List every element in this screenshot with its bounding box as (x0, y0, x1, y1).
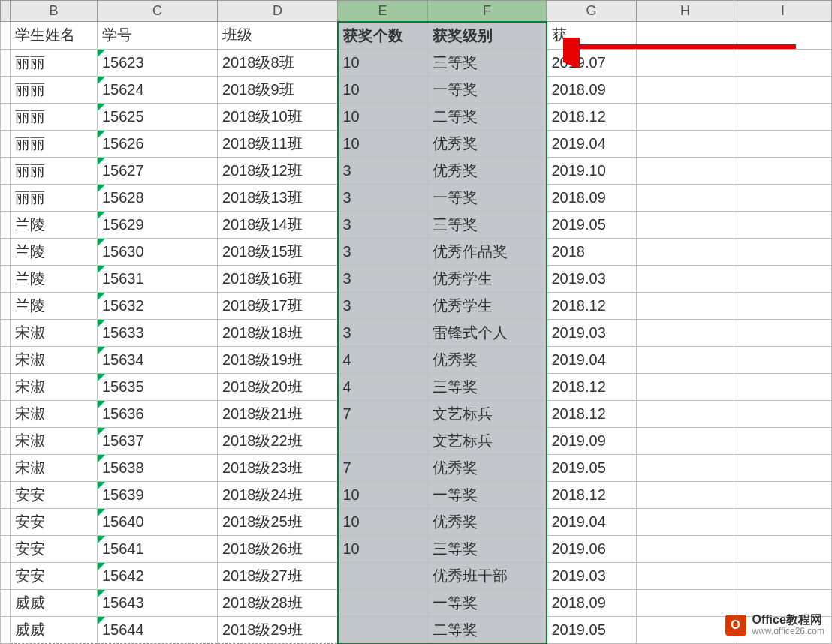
data-cell[interactable]: 15638 (98, 454, 218, 481)
cell-award-level-header[interactable]: 获奖级别 (428, 22, 547, 50)
data-cell[interactable] (734, 400, 832, 427)
data-cell[interactable]: 15631 (98, 265, 218, 292)
row-header[interactable] (1, 265, 11, 292)
data-cell[interactable]: 2018级27班 (218, 562, 338, 589)
data-cell[interactable] (637, 481, 734, 508)
data-cell[interactable] (637, 238, 734, 265)
data-cell[interactable]: 三等奖 (428, 373, 547, 400)
data-cell[interactable]: 二等奖 (428, 616, 547, 644)
data-cell[interactable]: 2018级11班 (218, 130, 338, 157)
data-cell[interactable]: 丽丽 (11, 49, 98, 76)
data-cell[interactable]: 优秀奖 (428, 508, 547, 535)
data-cell[interactable] (734, 265, 832, 292)
row-header[interactable] (1, 616, 11, 644)
data-cell[interactable] (637, 616, 734, 644)
data-cell[interactable]: 2018.12 (547, 373, 637, 400)
data-cell[interactable] (734, 562, 832, 589)
cell-student-name-header[interactable]: 学生姓名 (11, 22, 98, 50)
data-cell[interactable]: 2018级18班 (218, 319, 338, 346)
data-cell[interactable]: 7 (338, 454, 428, 481)
data-cell[interactable]: 二等奖 (428, 103, 547, 130)
row-header[interactable] (1, 103, 11, 130)
data-cell[interactable]: 优秀学生 (428, 292, 547, 319)
column-header-A[interactable] (1, 1, 11, 22)
data-cell[interactable]: 2018级29班 (218, 616, 338, 644)
data-cell[interactable]: 3 (338, 157, 428, 184)
data-cell[interactable]: 威威 (11, 589, 98, 616)
data-cell[interactable]: 优秀班干部 (428, 562, 547, 589)
data-cell[interactable]: 3 (338, 238, 428, 265)
column-header-C[interactable]: C (98, 1, 218, 22)
row-header[interactable] (1, 427, 11, 454)
data-cell[interactable] (637, 76, 734, 103)
data-cell[interactable]: 2019.04 (547, 346, 637, 373)
data-cell[interactable]: 兰陵 (11, 292, 98, 319)
data-cell[interactable]: 2018 (547, 238, 637, 265)
data-cell[interactable]: 15625 (98, 103, 218, 130)
data-cell[interactable] (734, 49, 832, 76)
data-cell[interactable]: 2018.09 (547, 76, 637, 103)
row-header[interactable] (1, 535, 11, 562)
data-cell[interactable]: 2018.09 (547, 184, 637, 211)
row-header[interactable] (1, 76, 11, 103)
data-cell[interactable]: 2018.12 (547, 292, 637, 319)
data-cell[interactable]: 一等奖 (428, 76, 547, 103)
data-cell[interactable] (338, 616, 428, 644)
data-cell[interactable]: 优秀奖 (428, 346, 547, 373)
data-cell[interactable]: 10 (338, 508, 428, 535)
data-cell[interactable] (734, 589, 832, 616)
data-cell[interactable] (734, 157, 832, 184)
data-cell[interactable]: 安安 (11, 562, 98, 589)
data-cell[interactable]: 2018级16班 (218, 265, 338, 292)
data-cell[interactable]: 2018级9班 (218, 76, 338, 103)
data-cell[interactable]: 2019.05 (547, 616, 637, 644)
data-cell[interactable]: 威威 (11, 616, 98, 644)
data-cell[interactable]: 2018级26班 (218, 535, 338, 562)
data-cell[interactable]: 15640 (98, 508, 218, 535)
column-header-D[interactable]: D (218, 1, 338, 22)
data-cell[interactable] (637, 184, 734, 211)
data-cell[interactable] (637, 508, 734, 535)
data-cell[interactable]: 15628 (98, 184, 218, 211)
data-cell[interactable]: 2018级22班 (218, 427, 338, 454)
data-cell[interactable]: 2019.03 (547, 319, 637, 346)
data-cell[interactable] (637, 265, 734, 292)
data-cell[interactable]: 优秀奖 (428, 157, 547, 184)
data-cell[interactable]: 2018级20班 (218, 373, 338, 400)
data-cell[interactable]: 一等奖 (428, 589, 547, 616)
row-header[interactable] (1, 319, 11, 346)
data-cell[interactable]: 2018.12 (547, 481, 637, 508)
data-cell[interactable]: 一等奖 (428, 184, 547, 211)
data-cell[interactable] (734, 346, 832, 373)
data-cell[interactable] (734, 292, 832, 319)
row-header[interactable] (1, 562, 11, 589)
data-cell[interactable]: 15626 (98, 130, 218, 157)
data-cell[interactable]: 15641 (98, 535, 218, 562)
data-cell[interactable]: 3 (338, 211, 428, 238)
data-cell[interactable]: 2019.10 (547, 157, 637, 184)
row-header[interactable] (1, 454, 11, 481)
row-header[interactable] (1, 184, 11, 211)
data-cell[interactable]: 宋淑 (11, 400, 98, 427)
cell-student-id-header[interactable]: 学号 (98, 22, 218, 50)
data-cell[interactable]: 丽丽 (11, 103, 98, 130)
data-cell[interactable] (637, 49, 734, 76)
data-cell[interactable]: 安安 (11, 535, 98, 562)
data-cell[interactable]: 10 (338, 49, 428, 76)
data-cell[interactable]: 2019.03 (547, 265, 637, 292)
data-cell[interactable] (734, 103, 832, 130)
cell-class-header[interactable]: 班级 (218, 22, 338, 50)
data-cell[interactable]: 2018级28班 (218, 589, 338, 616)
data-cell[interactable] (338, 589, 428, 616)
data-cell[interactable] (734, 238, 832, 265)
data-cell[interactable] (734, 508, 832, 535)
data-cell[interactable] (637, 130, 734, 157)
data-cell[interactable] (637, 427, 734, 454)
data-cell[interactable] (637, 400, 734, 427)
data-cell[interactable]: 15635 (98, 373, 218, 400)
data-cell[interactable] (734, 427, 832, 454)
row-header[interactable] (1, 49, 11, 76)
data-cell[interactable]: 2019.05 (547, 211, 637, 238)
data-cell[interactable]: 10 (338, 481, 428, 508)
data-cell[interactable] (338, 427, 428, 454)
